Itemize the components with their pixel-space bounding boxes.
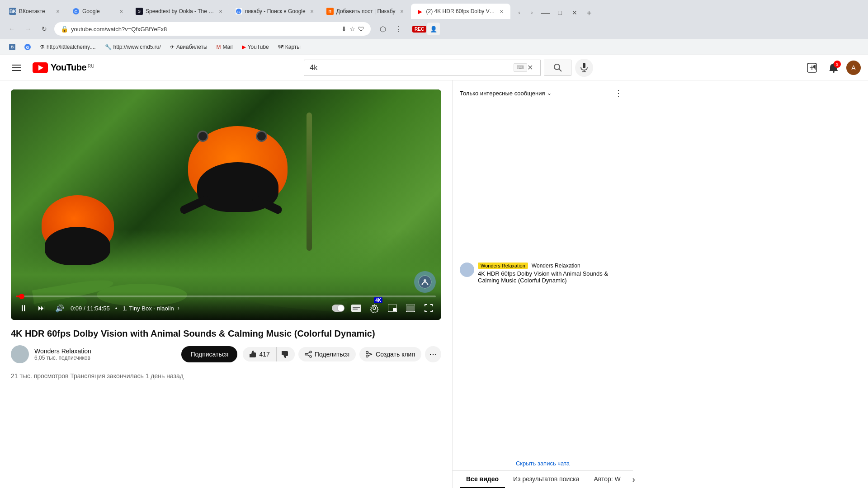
create-button[interactable] <box>803 59 821 77</box>
bookmark-youtube[interactable]: ▶ YouTube <box>238 42 273 52</box>
tab-speedtest[interactable]: S Speedtest by Ookla - The Globa... ✕ <box>130 4 230 19</box>
hide-chat-button[interactable]: Скрыть запись чата <box>453 456 633 470</box>
notifications-button[interactable]: 2 <box>825 59 843 77</box>
tab-scroll-left[interactable]: ‹ <box>514 7 525 18</box>
bookmark-google[interactable]: G <box>21 42 34 52</box>
search-box[interactable]: ⌨ ✕ <box>304 60 541 76</box>
video-section: ⏸ ⏭ 🔊 0:09 / 11:54:55 • 1. Tiny Box - ni… <box>0 80 452 488</box>
tab-author[interactable]: Автор: W <box>587 471 627 488</box>
progress-bar[interactable] <box>16 296 436 297</box>
browser-menu-button[interactable]: ⋮ <box>392 22 405 36</box>
bookmark-star-icon[interactable]: ☆ <box>349 25 355 33</box>
svg-rect-8 <box>12 70 21 71</box>
chat-author-avatar[interactable] <box>460 263 474 277</box>
extensions-button[interactable]: ⬡ <box>376 22 390 36</box>
bookmark-cmd5[interactable]: 🔧 http://www.cmd5.ru/ <box>101 42 165 52</box>
miniplayer-button[interactable] <box>385 301 400 315</box>
refresh-button[interactable]: ↻ <box>38 23 51 35</box>
tabs-next-arrow[interactable]: › <box>629 471 639 488</box>
bookmark-label-mail: Mail <box>223 44 233 50</box>
svg-line-38 <box>368 353 372 354</box>
bookmark-littlealchemy[interactable]: ⚗ http://littlealchemy.... <box>36 42 99 52</box>
shield-icon: 🛡 <box>358 25 364 33</box>
bookmark-favicon-google: G <box>24 44 31 50</box>
bookmark-maps[interactable]: 🗺 Карты <box>274 42 304 52</box>
bookmarks-bar: В G ⚗ http://littlealchemy.... 🔧 http://… <box>0 39 868 55</box>
chat-filter-button[interactable]: Только интересные сообщения ⌄ <box>460 90 608 97</box>
svg-point-22 <box>424 279 426 282</box>
tab-close-vk[interactable]: ✕ <box>54 8 61 15</box>
theater-mode-button[interactable] <box>403 301 418 315</box>
back-button[interactable]: ← <box>5 23 18 35</box>
like-button[interactable]: 417 <box>243 347 276 361</box>
channel-avatar[interactable] <box>11 345 29 363</box>
clip-label: Создать клип <box>376 351 415 358</box>
svg-text:G: G <box>26 45 29 50</box>
bookmark-avia[interactable]: ✈ Авиабилеты <box>166 42 211 52</box>
maximize-button[interactable]: □ <box>554 6 566 19</box>
bookmark-favicon-avia: ✈ <box>170 44 175 50</box>
video-player[interactable]: ⏸ ⏭ 🔊 0:09 / 11:54:55 • 1. Tiny Box - ni… <box>11 89 441 320</box>
tab-pikabu-search[interactable]: G пикабу - Поиск в Google ✕ <box>230 4 321 19</box>
autoplay-toggle[interactable] <box>331 301 345 315</box>
subscribe-button[interactable]: Подписаться <box>181 346 237 362</box>
tab-title-youtube: (2) 4K HDR 60fps Dolby Visi... <box>426 8 495 14</box>
chevron-down-icon: ⌄ <box>547 90 552 96</box>
minimize-button[interactable]: — <box>539 6 552 19</box>
tab-search-results[interactable]: Из результатов поиска <box>507 471 585 488</box>
forward-button[interactable]: → <box>22 23 34 35</box>
menu-button[interactable] <box>7 59 25 77</box>
track-info[interactable]: 1. Tiny Box - niaolin <box>123 305 174 312</box>
search-clear-button[interactable]: ✕ <box>527 63 533 72</box>
tab-all-videos[interactable]: Все видео <box>460 471 505 488</box>
svg-point-11 <box>554 64 560 70</box>
channel-watermark <box>414 271 436 293</box>
tab-favicon-pikabu-search: G <box>235 8 242 15</box>
share-button[interactable]: Поделиться <box>298 347 356 361</box>
volume-button[interactable]: 🔊 <box>52 301 67 315</box>
close-window-button[interactable]: ✕ <box>568 6 581 19</box>
hamburger-icon <box>12 65 21 71</box>
tab-close-pikabu-add[interactable]: ✕ <box>398 8 406 15</box>
tab-pikabu-add[interactable]: П Добавить пост | Пикабу ✕ <box>321 4 411 19</box>
fullscreen-button[interactable] <box>421 301 436 315</box>
tab-close-speedtest[interactable]: ✕ <box>217 8 224 15</box>
voice-search-button[interactable] <box>575 59 593 77</box>
search-button[interactable] <box>544 60 571 76</box>
bookmark-mail[interactable]: M Mail <box>213 42 236 52</box>
download-icon[interactable]: ⬇ <box>341 25 347 33</box>
track-arrow-icon[interactable]: › <box>178 305 179 311</box>
search-icon <box>553 63 562 72</box>
pause-button[interactable]: ⏸ <box>16 301 31 315</box>
like-count: 417 <box>259 351 269 358</box>
address-input[interactable]: 🔒 youtube.com/watch?v=QfxGBfYeFx8 ⬇ ☆ 🛡 <box>54 22 371 36</box>
settings-button-wrap: 4K <box>367 301 382 315</box>
chat-more-button[interactable]: ⋮ <box>611 86 626 100</box>
next-button[interactable]: ⏭ <box>34 301 49 315</box>
subtitles-button[interactable] <box>349 301 363 315</box>
bookmark-vk[interactable]: В <box>5 42 19 52</box>
frog-secondary <box>33 186 132 277</box>
svg-line-12 <box>559 69 561 71</box>
more-actions-button[interactable]: ⋯ <box>425 346 441 362</box>
tab-scroll-right[interactable]: › <box>527 7 538 18</box>
tab-close-pikabu-search[interactable]: ✕ <box>308 8 316 15</box>
youtube-logo[interactable]: YouTube RU <box>33 62 94 73</box>
frog-eye-right <box>256 131 267 142</box>
user-avatar[interactable]: A <box>846 61 861 75</box>
clip-button[interactable]: Создать клип <box>359 347 421 361</box>
tab-youtube-4k[interactable]: ▶ (2) 4K HDR 60fps Dolby Visi... ✕ <box>411 4 510 19</box>
search-container: ⌨ ✕ <box>304 59 593 77</box>
new-tab-button[interactable]: ＋ <box>583 6 595 19</box>
tab-google[interactable]: G Google ✕ <box>67 4 130 19</box>
profile-button[interactable]: 👤 <box>427 23 440 35</box>
tab-vk[interactable]: ВК ВКонтакте ✕ <box>4 4 67 19</box>
tab-close-youtube[interactable]: ✕ <box>498 8 505 15</box>
tab-close-google[interactable]: ✕ <box>118 8 125 15</box>
dislike-button[interactable] <box>277 347 295 361</box>
bookmark-label-cmd5: http://www.cmd5.ru/ <box>113 44 161 50</box>
subtitles-icon <box>351 305 361 312</box>
svg-rect-7 <box>12 67 21 68</box>
channel-name[interactable]: Wonders Relaxation <box>34 347 176 355</box>
search-input[interactable] <box>310 64 514 72</box>
